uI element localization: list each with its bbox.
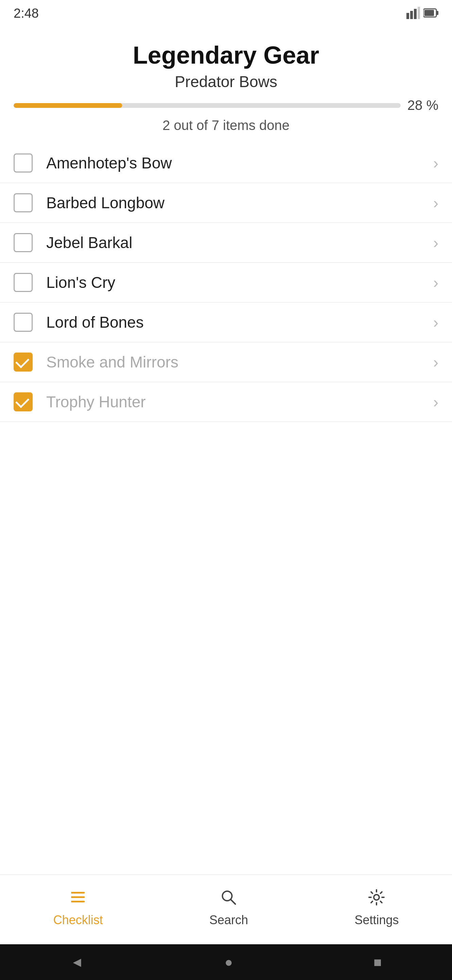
checkbox-1[interactable]	[14, 153, 33, 172]
svg-rect-2	[414, 9, 417, 19]
progress-bar-fill	[14, 103, 122, 108]
checkbox-4[interactable]	[14, 273, 33, 292]
svg-rect-10	[71, 892, 74, 894]
progress-text: 2 out of 7 items done	[0, 113, 452, 143]
item-label-1: Amenhotep's Bow	[46, 154, 433, 172]
nav-item-search[interactable]: Search	[195, 885, 262, 931]
bottom-nav: Checklist Search Settings	[0, 875, 452, 944]
item-label-3: Jebel Barkal	[46, 234, 433, 252]
page-title: Legendary Gear	[0, 34, 452, 73]
item-label-5: Lord of Bones	[46, 313, 433, 331]
checkbox-7[interactable]	[14, 392, 33, 411]
battery-icon	[423, 8, 438, 19]
nav-item-checklist[interactable]: Checklist	[40, 885, 116, 931]
item-label-4: Lion's Cry	[46, 273, 433, 292]
recents-button[interactable]: ■	[373, 955, 382, 970]
checklist-icon	[69, 888, 87, 910]
svg-rect-6	[425, 10, 434, 16]
checkbox-3[interactable]	[14, 233, 33, 252]
status-bar: 2:48	[0, 0, 452, 24]
status-icons	[406, 7, 438, 21]
signal-icon	[406, 7, 420, 21]
nav-label-search: Search	[209, 913, 248, 927]
home-button[interactable]: ●	[224, 955, 233, 970]
list-item[interactable]: Smoke and Mirrors ›	[0, 342, 452, 382]
chevron-icon-3: ›	[433, 234, 438, 252]
nav-label-settings: Settings	[354, 913, 399, 927]
nav-label-checklist: Checklist	[53, 913, 103, 927]
android-nav: ◄ ● ■	[0, 944, 452, 980]
svg-rect-11	[71, 896, 74, 898]
svg-line-14	[231, 899, 235, 904]
progress-bar-wrap	[14, 103, 401, 108]
svg-point-15	[374, 894, 379, 900]
list-item[interactable]: Trophy Hunter ›	[0, 382, 452, 422]
svg-rect-0	[406, 13, 409, 19]
item-label-6: Smoke and Mirrors	[46, 353, 433, 371]
chevron-icon-4: ›	[433, 273, 438, 292]
progress-percent: 28 %	[408, 98, 438, 113]
list-item[interactable]: Jebel Barkal ›	[0, 223, 452, 263]
svg-rect-12	[71, 901, 74, 902]
svg-rect-5	[436, 11, 438, 15]
progress-container: 28 %	[0, 98, 452, 113]
main-content: Legendary Gear Predator Bows 28 % 2 out …	[0, 24, 452, 648]
spacer	[0, 648, 452, 875]
chevron-icon-2: ›	[433, 194, 438, 212]
list-item[interactable]: Amenhotep's Bow ›	[0, 143, 452, 183]
nav-item-settings[interactable]: Settings	[341, 885, 412, 931]
search-icon	[220, 888, 237, 910]
item-label-2: Barbed Longbow	[46, 194, 433, 212]
list-item[interactable]: Lord of Bones ›	[0, 302, 452, 342]
checkbox-5[interactable]	[14, 313, 33, 332]
chevron-icon-6: ›	[433, 353, 438, 371]
item-label-7: Trophy Hunter	[46, 393, 433, 411]
list-item[interactable]: Lion's Cry ›	[0, 263, 452, 302]
chevron-icon-5: ›	[433, 313, 438, 331]
item-list: Amenhotep's Bow › Barbed Longbow › Jebel…	[0, 143, 452, 648]
chevron-icon-1: ›	[433, 154, 438, 172]
subtitle: Predator Bows	[0, 73, 452, 98]
list-item[interactable]: Barbed Longbow ›	[0, 183, 452, 223]
svg-rect-3	[418, 7, 420, 19]
settings-icon	[368, 888, 385, 910]
chevron-icon-7: ›	[433, 393, 438, 411]
back-button[interactable]: ◄	[70, 955, 84, 970]
checkbox-6[interactable]	[14, 353, 33, 372]
svg-rect-1	[410, 11, 413, 19]
checkbox-2[interactable]	[14, 193, 33, 212]
status-time: 2:48	[14, 6, 39, 21]
